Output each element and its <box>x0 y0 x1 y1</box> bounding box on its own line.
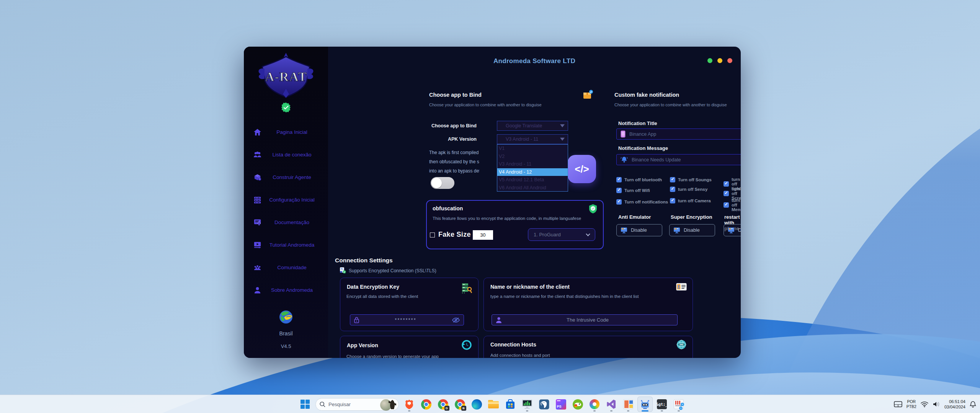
anti-emulator-disable-button[interactable]: Disable <box>616 224 662 236</box>
chrome-icon: B <box>455 399 465 410</box>
bind-app-value: Google Translate <box>500 123 560 128</box>
super-encryption-disable-button[interactable]: Disable <box>669 224 715 236</box>
server-icon <box>253 195 262 204</box>
checkbox-icon <box>670 187 675 192</box>
dns-globe-icon: DNS <box>676 339 687 351</box>
disable-button-label: Disable <box>631 228 647 233</box>
apk-option[interactable]: V5 Android 12.1 Beta <box>497 176 568 184</box>
taskbar-app-apk-editor[interactable]: + + <box>671 397 686 412</box>
encryption-key-field[interactable] <box>350 314 464 325</box>
sidebar-item-documentacao[interactable]: Documentação <box>244 215 328 230</box>
search-promo-image[interactable] <box>380 396 397 413</box>
person-icon <box>496 317 502 323</box>
checkbox-turn-off-sensy[interactable]: turn off Sensy <box>670 187 707 192</box>
encryption-key-input[interactable] <box>359 317 452 323</box>
checkbox-turn-off-wifi[interactable]: Turn off Wifi <box>616 188 650 193</box>
close-button[interactable] <box>727 58 732 63</box>
community-icon <box>253 263 262 272</box>
taskbar-app-terminal[interactable]: &gt;_ <box>654 397 670 412</box>
checkbox-turn-off-camera[interactable]: turn off Camera <box>670 198 711 203</box>
minimize-button[interactable] <box>707 58 712 63</box>
logo-text: A-RAT <box>265 70 307 84</box>
chevron-down-icon <box>586 232 590 236</box>
apk-option[interactable]: V6 Android All Android <box>497 184 568 192</box>
bind-toggle[interactable] <box>431 177 454 189</box>
sidebar-item-label: Lista de conexão <box>262 152 328 158</box>
checkbox-turn-off-bluetooth[interactable]: Turn off bluetooth <box>616 177 662 182</box>
taskbar-app-photos[interactable] <box>587 397 602 412</box>
certificate-icon <box>253 218 262 227</box>
bell-icon <box>621 156 628 163</box>
obfuscation-method-dropdown[interactable]: 1. ProGuard <box>528 228 595 241</box>
taskbar-app-layout-tool[interactable] <box>621 397 636 412</box>
sidebar-item-label: Pagina Inicial <box>262 129 328 135</box>
fake-size-checkbox[interactable] <box>430 233 435 237</box>
tray-time: 06:51:04 <box>944 399 965 404</box>
eye-slash-icon[interactable] <box>452 317 460 323</box>
checkbox-icon <box>616 177 622 182</box>
notification-message-input[interactable] <box>632 157 739 163</box>
notification-title-field[interactable] <box>616 128 741 140</box>
sidebar-item-sobre-andromeda[interactable]: Sobre Andromeda <box>244 282 328 298</box>
checkbox-icon <box>724 202 729 208</box>
taskbar-app-arat-robot[interactable] <box>637 397 653 412</box>
maximize-button[interactable] <box>717 58 722 63</box>
taskbar-app-edge[interactable] <box>469 397 484 412</box>
ssl-note: Supports Encrypted Connection (SSL\TLS) <box>349 268 436 273</box>
profile-badge: D <box>444 406 449 411</box>
sidebar-item-construir-agente[interactable]: Construir Agente <box>244 169 328 185</box>
nickname-card-subtitle: type a name or nickname for the client t… <box>490 294 639 299</box>
taskbar-app-chrome-profile-d[interactable]: D <box>435 397 451 412</box>
taskbar-app-opensuse[interactable] <box>570 397 585 412</box>
taskbar-app-chrome-profile-b[interactable]: B <box>452 397 467 412</box>
bind-app-dropdown[interactable]: Google Translate <box>497 121 568 131</box>
language-indicator[interactable]: POR PTB2 <box>906 399 916 409</box>
visual-studio-icon <box>606 399 616 409</box>
promo-monkey-image <box>389 396 396 409</box>
notification-message-field[interactable] <box>616 154 741 165</box>
taskbar-app-file-explorer[interactable] <box>486 397 501 412</box>
taskbar-app-chrome[interactable] <box>418 397 434 412</box>
speaker-icon[interactable] <box>933 401 940 407</box>
sidebar-item-comunidade[interactable]: Comunidade <box>244 260 328 275</box>
nickname-card-heading: Name or nickname of the client <box>490 284 570 290</box>
window-title: Andromeda Software LTD <box>328 57 741 65</box>
app-window: A-RAT Pagina Inicial Lista de conexão <box>244 47 741 358</box>
sidebar-nav: Pagina Inicial Lista de conexão Construi… <box>244 124 328 305</box>
apk-option[interactable]: V1 <box>497 145 568 153</box>
taskbar-app-phpstorm[interactable]: PS <box>553 397 568 412</box>
opensuse-icon <box>573 399 583 410</box>
fake-size-input[interactable] <box>473 230 493 240</box>
wifi-icon[interactable] <box>921 401 928 407</box>
sidebar-item-pagina-inicial[interactable]: Pagina Inicial <box>244 124 328 140</box>
taskbar-app-brave[interactable] <box>402 397 417 412</box>
taskbar-clock[interactable]: 06:51:04 03/04/2024 <box>944 399 965 410</box>
phone-icon <box>621 130 626 138</box>
apk-option[interactable]: V3 Android - 11 <box>497 160 568 168</box>
touchpad-icon[interactable] <box>894 401 902 407</box>
checkbox-turn-off-menu[interactable]: turn off Menu <box>724 198 741 212</box>
taskbar-app-visual-studio[interactable] <box>604 397 619 412</box>
ms-store-icon <box>505 399 515 409</box>
restart-with-phone-disable-button[interactable]: Disable <box>724 224 741 236</box>
apk-option-selected[interactable]: V4 Android - 12 <box>497 168 568 176</box>
start-button[interactable] <box>297 397 313 412</box>
taskbar-app-postgresql[interactable] <box>536 397 552 412</box>
sidebar-item-lista-de-conexao[interactable]: Lista de conexão <box>244 147 328 162</box>
windows-logo-icon <box>300 399 310 409</box>
apk-option[interactable]: V2 <box>497 153 568 161</box>
taskbar-app-ms-store[interactable] <box>503 397 518 412</box>
build-code-button[interactable]: </> <box>568 155 596 183</box>
hosts-card-heading: Connection Hosts <box>490 341 536 348</box>
sidebar-item-tutorial-andromeda[interactable]: Tutorial Andromeda <box>244 237 328 252</box>
nickname-input[interactable] <box>502 317 673 323</box>
taskbar-app-task-manager[interactable] <box>519 397 535 412</box>
checkbox-turn-off-sounds[interactable]: Turn off Soungs <box>670 177 712 182</box>
notification-title-input[interactable] <box>629 132 739 137</box>
checkbox-turn-off-notifications[interactable]: Turn off notifications <box>616 199 668 205</box>
nickname-field[interactable] <box>492 314 678 325</box>
taskbar-search[interactable]: Pesquisar <box>315 398 399 411</box>
apk-version-dropdown[interactable]: V3 Android - 11 <box>497 134 568 144</box>
sidebar-item-configuracao-inicial[interactable]: Configuração Inicial <box>244 192 328 207</box>
notification-center-icon[interactable] <box>970 401 976 408</box>
